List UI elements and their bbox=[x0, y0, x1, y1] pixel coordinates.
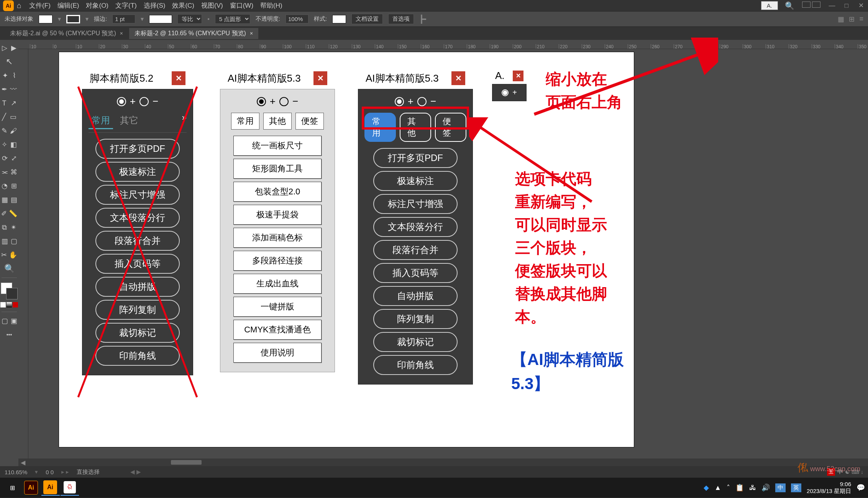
script-button[interactable]: 插入页码等 bbox=[373, 263, 458, 283]
script-button[interactable]: 阵列复制 bbox=[95, 300, 180, 320]
script-button[interactable]: 文本段落分行 bbox=[373, 217, 458, 237]
tool-pen-curve[interactable]: ✒〰 bbox=[0, 83, 18, 96]
color-modes[interactable] bbox=[0, 300, 18, 309]
close-icon[interactable]: ✕ bbox=[313, 71, 327, 85]
menu-effect[interactable]: 效果(C) bbox=[172, 1, 194, 10]
style-swatch[interactable] bbox=[332, 15, 346, 23]
volume-icon[interactable]: 🔊 bbox=[761, 483, 770, 492]
chevron-right-icon[interactable]: » bbox=[182, 113, 187, 129]
script-button[interactable]: 自动拼版 bbox=[95, 277, 180, 297]
tab-common[interactable]: 常用 bbox=[89, 113, 113, 129]
tab-notes[interactable]: 便签 bbox=[295, 113, 324, 130]
tool-direct-select[interactable]: ↖ bbox=[0, 55, 18, 68]
edit-toolbar[interactable]: ••• bbox=[0, 328, 18, 341]
script-button[interactable]: 包装盒型2.0 bbox=[233, 182, 322, 202]
uniform-select[interactable]: 等比 bbox=[177, 14, 202, 24]
script-button[interactable]: 打开多页PDF bbox=[373, 148, 458, 168]
tray-icon[interactable]: 📋 bbox=[735, 483, 744, 492]
radio-2[interactable] bbox=[279, 97, 289, 106]
tool-selection[interactable]: ▷▶ bbox=[0, 41, 18, 54]
tool-wand-lasso[interactable]: ✦⌇ bbox=[0, 69, 18, 82]
tray-icon[interactable]: ◆ bbox=[704, 483, 709, 492]
tool-zoom[interactable]: 🔍 bbox=[0, 262, 18, 275]
tool-eyedrop-measure[interactable]: ✐📏 bbox=[0, 207, 18, 220]
ime-cn[interactable]: 中 bbox=[775, 483, 786, 492]
script-button[interactable]: 印前角线 bbox=[373, 355, 458, 375]
radio-1[interactable] bbox=[117, 97, 126, 106]
script-button[interactable]: 自动拼版 bbox=[373, 286, 458, 306]
radio-1[interactable] bbox=[257, 97, 266, 106]
tab-other[interactable]: 其它 bbox=[117, 113, 141, 129]
script-button[interactable]: 阵列复制 bbox=[373, 309, 458, 329]
minimize-icon[interactable]: — bbox=[828, 2, 836, 10]
close-icon[interactable]: ✕ bbox=[172, 71, 185, 85]
script-button[interactable]: 裁切标记 bbox=[373, 332, 458, 352]
tool-blend-symbol[interactable]: ⧉✴ bbox=[0, 221, 18, 234]
clock[interactable]: 9:06 2023/8/13 星期日 bbox=[807, 481, 851, 495]
script-button[interactable]: 裁切标记 bbox=[95, 323, 180, 343]
tab-common[interactable]: 常用 bbox=[231, 113, 259, 130]
close-icon[interactable]: ✕ bbox=[451, 71, 465, 85]
grid-icon[interactable]: ▦ bbox=[838, 15, 844, 23]
tab-other[interactable]: 其他 bbox=[263, 113, 292, 130]
close-icon[interactable]: × bbox=[250, 30, 253, 36]
docked-minipanel[interactable]: A. bbox=[761, 1, 778, 10]
menu-icon[interactable]: ≡ bbox=[859, 15, 863, 23]
script-button[interactable]: 添加画稿色标 bbox=[233, 228, 322, 248]
tool-line-rect[interactable]: ╱▭ bbox=[0, 110, 18, 123]
radio-1[interactable] bbox=[502, 89, 509, 96]
radio-2[interactable] bbox=[139, 97, 149, 106]
menu-object[interactable]: 对象(O) bbox=[86, 1, 108, 10]
fill-swatch[interactable] bbox=[39, 15, 53, 23]
menu-window[interactable]: 窗口(W) bbox=[230, 1, 253, 10]
tool-shaper-erase[interactable]: ✧◧ bbox=[0, 138, 18, 151]
script-button[interactable]: 统一画板尺寸 bbox=[233, 136, 322, 156]
network-icon[interactable]: 🖧 bbox=[749, 484, 756, 492]
taskbar-app-ai-active[interactable]: Ai bbox=[41, 480, 60, 496]
script-button[interactable]: 标注尺寸增强 bbox=[373, 194, 458, 214]
doc-setup-button[interactable]: 文档设置 bbox=[351, 14, 383, 24]
tool-graph-artboard[interactable]: ▥▢ bbox=[0, 235, 18, 248]
stroke-weight-input[interactable] bbox=[112, 15, 135, 23]
screen-mode[interactable]: ▢▣ bbox=[0, 314, 18, 327]
menu-select[interactable]: 选择(S) bbox=[144, 1, 166, 10]
notifications-icon[interactable]: 💬 bbox=[857, 483, 865, 492]
script-button[interactable]: 极速手提袋 bbox=[233, 205, 322, 225]
zoom-level[interactable]: 110.65% bbox=[5, 469, 27, 475]
stroke-swatch[interactable] bbox=[66, 15, 80, 23]
close-icon[interactable]: ✕ bbox=[513, 71, 523, 81]
close-icon[interactable]: ✕ bbox=[857, 2, 865, 10]
tray-icon[interactable]: ▲ bbox=[714, 484, 721, 492]
menu-file[interactable]: 文件(F) bbox=[29, 1, 51, 10]
stroke-color[interactable] bbox=[6, 288, 18, 299]
ime-en[interactable]: 英 bbox=[791, 483, 801, 492]
script-button[interactable]: 矩形圆角工具 bbox=[233, 159, 322, 179]
doc-tab-2[interactable]: 未标题-2 @ 110.65 % (CMYK/CPU 预览)× bbox=[129, 28, 258, 39]
search-icon[interactable]: 🔍 bbox=[785, 1, 794, 10]
doc-tab-1[interactable]: 未标题-2.ai @ 50 % (CMYK/CPU 预览)× bbox=[5, 28, 128, 39]
close-icon[interactable]: × bbox=[120, 30, 123, 36]
color-control[interactable] bbox=[1, 283, 18, 299]
radio-1[interactable] bbox=[395, 97, 404, 106]
script-button[interactable]: 多段路径连接 bbox=[233, 251, 322, 271]
taskbar-app-other[interactable]: ରି bbox=[61, 480, 79, 496]
tool-slice-hand[interactable]: ✂✋ bbox=[0, 248, 18, 261]
tool-width-warp[interactable]: ⫘⌘ bbox=[0, 166, 18, 179]
brush-swatch[interactable] bbox=[149, 15, 172, 23]
script-button[interactable]: CMYK查找潘通色 bbox=[233, 320, 322, 340]
canvas[interactable]: 脚本精简版5.2 ✕ + − 常用 其它 » bbox=[28, 49, 868, 459]
script-button[interactable]: 使用说明 bbox=[233, 343, 322, 363]
script-button[interactable]: 插入页码等 bbox=[95, 254, 180, 274]
profile-select[interactable]: 5 点圆形 bbox=[215, 14, 250, 24]
taskbar-app-ai[interactable]: Ai bbox=[22, 480, 41, 496]
tool-rotate-scale[interactable]: ⟳⤢ bbox=[0, 152, 18, 165]
script-button[interactable]: 打开多页PDF bbox=[95, 139, 180, 159]
tool-brush[interactable]: ✎🖌 bbox=[0, 124, 18, 137]
prefs-button[interactable]: 首选项 bbox=[388, 14, 414, 24]
script-button[interactable]: 印前角线 bbox=[95, 346, 180, 366]
opacity-input[interactable] bbox=[286, 15, 308, 23]
snap-icon[interactable]: ⊞ bbox=[849, 15, 855, 23]
align-icon[interactable]: ┣╸ bbox=[419, 15, 428, 24]
menu-type[interactable]: 文字(T) bbox=[115, 1, 137, 10]
maximize-icon[interactable]: □ bbox=[843, 2, 850, 10]
